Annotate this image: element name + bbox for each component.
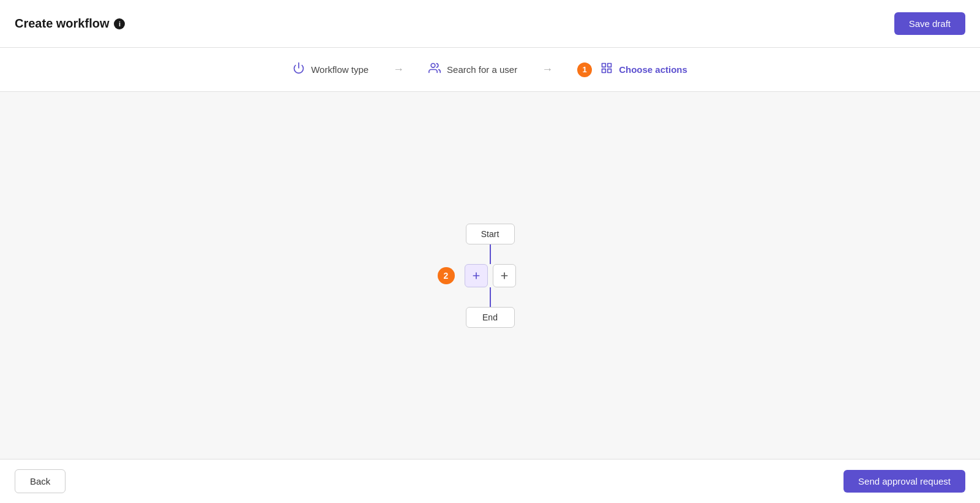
connector-bottom	[490, 287, 491, 307]
power-icon	[293, 62, 305, 77]
header-title-group: Create workflow i	[15, 17, 125, 31]
info-icon[interactable]: i	[114, 18, 125, 29]
svg-point-1	[431, 64, 435, 68]
grid-icon	[600, 62, 613, 77]
step-workflow-type[interactable]: Workflow type	[283, 62, 378, 77]
svg-rect-5	[602, 69, 606, 73]
start-node: Start	[466, 224, 515, 244]
send-approval-button[interactable]: Send approval request	[843, 470, 965, 493]
step-search-user[interactable]: Search for a user	[419, 62, 527, 77]
choose-actions-badge: 1	[577, 62, 592, 77]
action-badge: 2	[438, 267, 455, 284]
save-draft-button[interactable]: Save draft	[894, 12, 965, 35]
step-workflow-type-label: Workflow type	[311, 64, 368, 75]
action-row: 2	[465, 264, 516, 287]
step-choose-actions[interactable]: 1 Choose actions	[567, 62, 697, 77]
workflow-diagram: Start 2 End	[465, 224, 516, 328]
users-icon	[428, 62, 441, 77]
footer: Back Send approval request	[0, 459, 980, 503]
step-search-user-label: Search for a user	[447, 64, 517, 75]
header: Create workflow i Save draft	[0, 0, 980, 48]
add-parallel-button[interactable]	[493, 264, 516, 287]
workflow-canvas: Start 2 End	[0, 92, 980, 459]
connector-top	[490, 244, 491, 264]
svg-rect-2	[602, 64, 606, 67]
end-node: End	[466, 307, 515, 328]
back-button[interactable]: Back	[15, 469, 65, 493]
step-choose-actions-label: Choose actions	[619, 64, 687, 75]
steps-bar: Workflow type → Search for a user → 1 Ch…	[0, 48, 980, 92]
svg-rect-3	[608, 64, 612, 67]
arrow-2: →	[527, 63, 567, 76]
add-action-button[interactable]	[465, 264, 488, 287]
arrow-1: →	[378, 63, 419, 76]
svg-rect-4	[608, 69, 612, 73]
page-title: Create workflow	[15, 17, 109, 31]
